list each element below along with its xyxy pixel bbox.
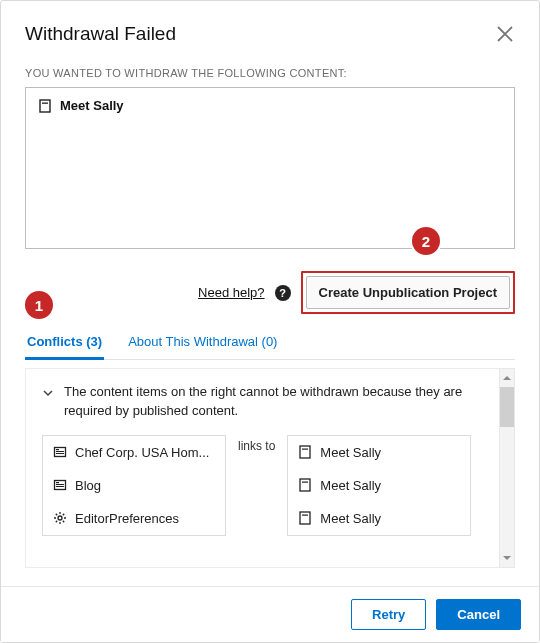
- chevron-down-icon[interactable]: [42, 386, 54, 398]
- close-icon[interactable]: [495, 24, 515, 44]
- document-icon: [298, 478, 312, 492]
- scrollbar[interactable]: [499, 368, 515, 568]
- links-to-label: links to: [238, 435, 275, 453]
- svg-rect-3: [56, 449, 59, 450]
- svg-rect-21: [300, 479, 310, 491]
- svg-line-18: [56, 521, 57, 522]
- list-item: Chef Corp. USA Hom...: [43, 436, 225, 469]
- scroll-thumb[interactable]: [500, 387, 514, 427]
- conflict-message: The content items on the right cannot be…: [64, 383, 483, 421]
- svg-rect-23: [300, 512, 310, 524]
- content-item-label: Meet Sally: [60, 98, 124, 113]
- dialog-footer: Retry Cancel: [1, 586, 539, 642]
- document-icon: [298, 511, 312, 525]
- dialog-title: Withdrawal Failed: [25, 23, 176, 45]
- gear-icon: [53, 511, 67, 525]
- list-item: Meet Sally: [288, 502, 470, 535]
- tab-about-withdrawal[interactable]: About This Withdrawal (0): [126, 326, 279, 359]
- svg-point-10: [58, 516, 62, 520]
- svg-rect-7: [56, 482, 59, 483]
- svg-rect-0: [40, 100, 50, 112]
- svg-line-16: [63, 521, 64, 522]
- svg-rect-5: [56, 453, 64, 454]
- target-items-column: Meet Sally Meet Sally Meet Sally: [287, 435, 471, 536]
- list-item: Meet Sally: [288, 469, 470, 502]
- page-icon: [53, 478, 67, 492]
- need-help-link[interactable]: Need help?: [198, 285, 265, 300]
- scroll-up-icon[interactable]: [500, 369, 514, 387]
- svg-line-15: [56, 514, 57, 515]
- create-unpublication-highlight: Create Unpublication Project: [301, 271, 515, 314]
- cancel-button[interactable]: Cancel: [436, 599, 521, 630]
- withdraw-intro-label: YOU WANTED TO WITHDRAW THE FOLLOWING CON…: [25, 67, 515, 79]
- annotation-badge-2: 2: [412, 227, 440, 255]
- tabs: Conflicts (3) About This Withdrawal (0): [25, 326, 515, 360]
- svg-rect-8: [56, 484, 64, 485]
- svg-rect-9: [56, 486, 64, 487]
- conflicts-panel: The content items on the right cannot be…: [25, 368, 499, 568]
- svg-rect-1: [42, 102, 48, 103]
- tab-conflicts[interactable]: Conflicts (3): [25, 326, 104, 359]
- svg-line-17: [63, 514, 64, 515]
- retry-button[interactable]: Retry: [351, 599, 426, 630]
- content-item: Meet Sally: [38, 98, 502, 113]
- document-icon: [38, 99, 52, 113]
- scroll-down-icon[interactable]: [500, 549, 514, 567]
- create-unpublication-button[interactable]: Create Unpublication Project: [306, 276, 510, 309]
- svg-rect-22: [302, 482, 308, 483]
- list-item: EditorPreferences: [43, 502, 225, 535]
- list-item: Meet Sally: [288, 436, 470, 469]
- withdrawal-failed-dialog: Withdrawal Failed YOU WANTED TO WITHDRAW…: [0, 0, 540, 643]
- list-item: Blog: [43, 469, 225, 502]
- svg-rect-20: [302, 449, 308, 450]
- svg-rect-19: [300, 446, 310, 458]
- help-icon[interactable]: ?: [275, 285, 291, 301]
- page-icon: [53, 445, 67, 459]
- withdraw-content-box: Meet Sally: [25, 87, 515, 249]
- document-icon: [298, 445, 312, 459]
- source-items-column: Chef Corp. USA Hom... Blog EditorPrefere…: [42, 435, 226, 536]
- svg-rect-4: [56, 451, 64, 452]
- svg-rect-24: [302, 515, 308, 516]
- annotation-badge-1: 1: [25, 291, 53, 319]
